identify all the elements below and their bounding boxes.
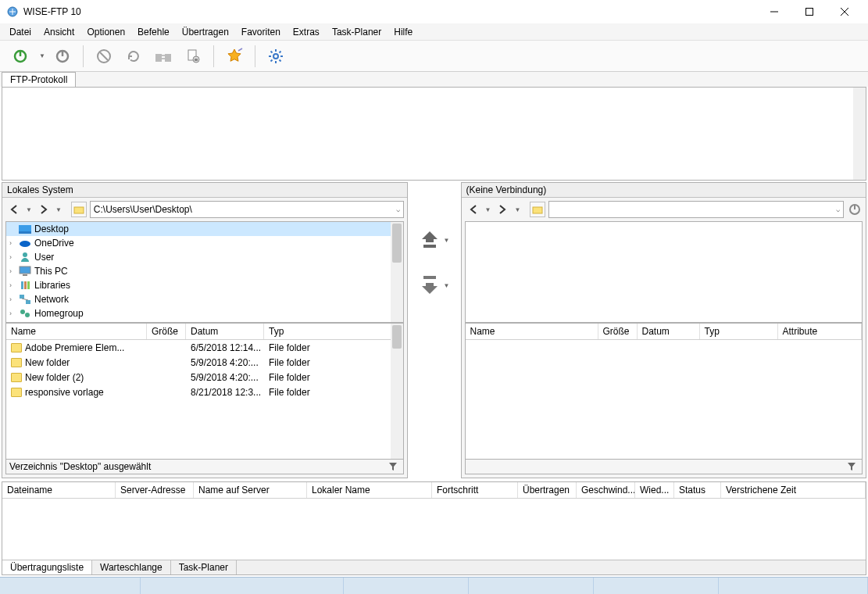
upload-dropdown[interactable]: ▼ [444,237,450,244]
file-row[interactable]: New folder5/9/2018 4:20:...File folder [6,355,403,370]
settings-button[interactable] [263,44,288,69]
menu-taskplaner[interactable]: Task-Planer [326,25,388,39]
svg-line-10 [100,52,108,60]
local-back-dropdown[interactable]: ▼ [26,206,32,213]
download-dropdown[interactable]: ▼ [444,282,450,289]
svg-rect-26 [74,207,84,213]
download-button[interactable]: ▼ [419,274,450,296]
svg-rect-12 [165,54,171,62]
btab-warteschlange[interactable]: Warteschlange [92,560,171,574]
file-row[interactable]: New folder (2)5/9/2018 4:20:...File fold… [6,370,403,385]
menu-ansicht[interactable]: Ansicht [38,25,80,39]
svg-line-38 [22,299,28,300]
remote-back-button[interactable] [465,201,482,218]
rcol-type[interactable]: Typ [700,324,778,339]
tcol-nameserver[interactable]: Name auf Server [194,482,307,498]
remote-tree[interactable] [465,221,863,323]
menu-favoriten[interactable]: Favoriten [235,25,287,39]
tcol-server[interactable]: Server-Adresse [116,482,194,498]
local-forward-button[interactable] [35,201,52,218]
sync-button[interactable] [151,44,176,69]
file-row[interactable]: Adobe Premiere Elem...6/5/2018 12:14...F… [6,340,403,355]
svg-point-29 [20,241,30,247]
remote-file-grid[interactable]: Name Größe Datum Typ Attribute [465,323,863,460]
tree-item-libraries[interactable]: ›Libraries [6,278,403,292]
tree-item-onedrive[interactable]: ›OneDrive [6,236,403,250]
menu-hilfe[interactable]: Hilfe [388,25,419,39]
tcol-geschwind[interactable]: Geschwind... [577,482,635,498]
remote-disconnect-button[interactable] [847,202,863,217]
local-forward-dropdown[interactable]: ▼ [55,206,62,213]
remote-forward-button[interactable] [494,201,511,218]
remote-forward-dropdown[interactable]: ▼ [514,206,520,213]
menu-extras[interactable]: Extras [287,25,326,39]
local-path-combo[interactable]: C:\Users\User\Desktop\ ⌵ [90,201,404,218]
local-filter-button[interactable] [386,460,400,473]
col-type[interactable]: Typ [264,324,403,339]
local-newfolder-button[interactable] [71,202,87,217]
onedrive-icon [19,237,31,249]
svg-line-25 [279,51,280,52]
protocol-log[interactable] [2,87,866,181]
app-icon [6,5,19,18]
remote-panel: (Keine Verbindung) ▼ ▼ ⌵ Name Größe Datu… [461,182,867,478]
local-tree-scrollbar[interactable] [391,222,403,322]
col-date[interactable]: Datum [186,324,264,339]
upload-button[interactable]: ▼ [419,229,450,251]
minimize-button[interactable] [756,0,791,23]
tcol-wied[interactable]: Wied... [635,482,674,498]
svg-rect-2 [805,9,813,16]
local-tree[interactable]: Desktop ›OneDrive ›User ›This PC ›Librar… [5,221,404,323]
remote-path-combo[interactable]: ⌵ [548,201,844,218]
remote-filter-button[interactable] [845,460,859,473]
refresh-button[interactable] [121,44,146,69]
btab-uebertragungsliste[interactable]: Übertragungsliste [2,560,92,574]
file-row[interactable]: responsive vorlage8/21/2018 12:3...File … [6,385,403,399]
favorites-button[interactable] [222,44,247,69]
tree-item-homegroup[interactable]: ›Homegroup [6,306,403,320]
user-icon [19,251,31,263]
protocol-scrollbar[interactable] [853,88,866,180]
disconnect-button[interactable] [50,44,75,69]
rcol-date[interactable]: Datum [638,324,700,339]
svg-rect-43 [533,207,542,213]
tcol-lokalname[interactable]: Lokaler Name [307,482,432,498]
local-status-text: Verzeichnis "Desktop" ausgewählt [9,461,151,472]
col-size[interactable]: Größe [147,324,186,339]
svg-line-24 [270,59,272,61]
statusbar [0,577,868,594]
btab-taskplaner[interactable]: Task-Planer [171,560,237,574]
connect-dropdown[interactable]: ▼ [39,52,45,59]
tcol-uebertragen[interactable]: Übertragen [518,482,577,498]
svg-rect-42 [423,276,436,279]
maximize-button[interactable] [791,0,827,23]
tcol-status[interactable]: Status [674,482,721,498]
menu-uebertragen[interactable]: Übertragen [176,25,235,39]
file-lock-button[interactable] [180,44,205,69]
menu-befehle[interactable]: Befehle [131,25,176,39]
rcol-attr[interactable]: Attribute [778,324,863,339]
local-file-grid[interactable]: Name Größe Datum Typ Adobe Premiere Elem… [5,323,404,460]
tcol-dateiname[interactable]: Dateiname [2,482,116,498]
tab-ftp-protokoll[interactable]: FTP-Protokoll [2,72,76,87]
tree-item-user[interactable]: ›User [6,250,403,264]
rcol-size[interactable]: Größe [598,324,638,339]
connect-button[interactable] [8,44,33,69]
rcol-name[interactable]: Name [466,324,598,339]
close-button[interactable] [827,0,862,23]
local-grid-scrollbar[interactable] [391,324,403,459]
tree-item-thispc[interactable]: ›This PC [6,264,403,278]
svg-point-17 [273,54,278,59]
tcol-fortschritt[interactable]: Fortschritt [432,482,518,498]
tree-item-network[interactable]: ›Network [6,292,403,306]
menu-datei[interactable]: Datei [3,25,38,39]
remote-newfolder-button[interactable] [530,202,545,217]
folder-icon [11,343,22,352]
tcol-zeit[interactable]: Verstrichene Zeit [721,482,866,498]
stop-button[interactable] [91,44,116,69]
local-back-button[interactable] [5,201,23,218]
tree-item-desktop[interactable]: Desktop [6,222,403,236]
remote-back-dropdown[interactable]: ▼ [485,206,491,213]
menu-optionen[interactable]: Optionen [80,25,131,39]
col-name[interactable]: Name [6,324,147,339]
